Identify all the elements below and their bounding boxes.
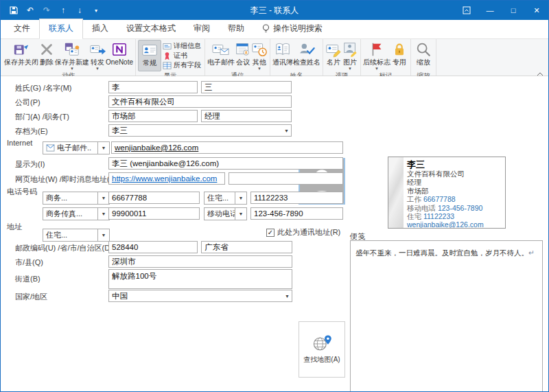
- map-it-button[interactable]: 查找地图(A): [299, 321, 345, 378]
- ribbon-group-communicate: 电子邮件 会议 其他 ▼ 通信: [205, 39, 270, 76]
- job-title-input[interactable]: 经理: [201, 110, 292, 122]
- details-icon: [163, 42, 172, 51]
- phone-home-type-button[interactable]: 住宅... ▼: [204, 192, 247, 205]
- chevron-down-icon: ▼: [95, 67, 100, 71]
- delete-button[interactable]: 删除: [38, 40, 55, 71]
- web-address-input[interactable]: https://www.wenjianbaike.com: [108, 172, 225, 185]
- city-input[interactable]: 深圳市: [108, 255, 292, 268]
- display-as-label: 显示为(I): [15, 159, 45, 170]
- street-label: 街道(B): [15, 274, 40, 284]
- chevron-down-icon[interactable]: ▼: [235, 192, 246, 204]
- save-close-button[interactable]: 保存并关闭: [4, 40, 38, 71]
- card-gradient-strip: [388, 157, 404, 228]
- customize-quick-access-icon[interactable]: ▾: [89, 3, 104, 18]
- private-button[interactable]: 专用: [390, 40, 408, 71]
- name-label: 姓氏(G) /名字(M): [15, 83, 71, 93]
- tab-format-text[interactable]: 设置文本格式: [117, 19, 185, 38]
- chevron-down-icon[interactable]: ▼: [97, 229, 109, 241]
- business-card-button[interactable]: 名片: [325, 40, 342, 71]
- ribbon-group-show: 常规 详细信息 证书 所有字段 显示: [136, 39, 205, 76]
- contact-form: 姓氏(G) /名字(M) 李 三 公司(P) 文件百科有限公司 部门(A) /职…: [1, 76, 548, 391]
- display-as-input[interactable]: 李三 (wenjianbaike@126.com): [108, 157, 343, 170]
- chevron-down-icon[interactable]: ▼: [97, 192, 109, 204]
- address-book-button[interactable]: 通讯簿: [272, 40, 293, 71]
- tab-help[interactable]: 帮助: [219, 19, 253, 38]
- email-input[interactable]: wenjianbaike@126.com: [111, 141, 343, 154]
- onenote-icon: [111, 41, 128, 58]
- phone-fax-type-button[interactable]: 商务传真... ▼: [43, 207, 110, 220]
- ribbon-tabs: 文件 联系人 插入 设置文本格式 审阅 帮助 操作说明搜索: [1, 20, 548, 39]
- zoom-button[interactable]: 缩放: [413, 40, 434, 71]
- email-icon: [212, 41, 230, 58]
- street-input[interactable]: 解放路100号: [108, 269, 292, 289]
- general-button[interactable]: 常规: [138, 40, 161, 71]
- certificates-button[interactable]: 证书: [163, 51, 201, 60]
- onenote-button[interactable]: OneNote: [106, 40, 133, 71]
- window-controls: — □ ✕: [455, 1, 548, 20]
- address-type-button[interactable]: 住宅... ▼: [43, 229, 110, 242]
- follow-up-button[interactable]: 后续标志 ▼: [363, 40, 390, 71]
- phone-fax-input[interactable]: 99900011: [108, 207, 200, 220]
- tab-contact[interactable]: 联系人: [39, 19, 83, 39]
- next-item-icon[interactable]: ↓: [72, 3, 87, 18]
- all-fields-button[interactable]: 所有字段: [163, 60, 201, 70]
- address-book-icon: [274, 41, 291, 58]
- chevron-down-icon[interactable]: ▼: [97, 208, 109, 220]
- chevron-down-icon[interactable]: ▼: [97, 142, 109, 154]
- check-names-button[interactable]: 检查姓名: [293, 40, 320, 71]
- ribbon: 保存并关闭 删除 保存并新建 ▼ 转发 ▼ On: [1, 39, 548, 76]
- picture-button[interactable]: 图片 ▼: [342, 40, 358, 71]
- tab-file[interactable]: 文件: [5, 19, 39, 38]
- save-close-icon: [13, 41, 30, 58]
- phone-home-input[interactable]: 11122233: [250, 192, 343, 204]
- mailing-address-checkbox[interactable]: ✓ 此处为通讯地址(R): [266, 227, 340, 238]
- notes-input[interactable]: 盛年不重来，一日难再晨。及时宜自勉，岁月不待人。↵: [350, 240, 543, 392]
- tab-review[interactable]: 审阅: [185, 19, 219, 38]
- meeting-button[interactable]: 会议: [235, 40, 251, 71]
- email-type-button[interactable]: 电子邮件.. ▼: [43, 141, 110, 154]
- save-icon[interactable]: [6, 3, 21, 18]
- previous-item-icon[interactable]: ↑: [56, 3, 71, 18]
- internet-header: Internet: [7, 139, 32, 147]
- check-names-icon: [299, 41, 315, 58]
- country-select[interactable]: 中国 ▼: [108, 290, 292, 302]
- department-input[interactable]: 市场部: [108, 110, 198, 122]
- redo-icon[interactable]: ↷: [39, 3, 54, 18]
- phone-header: 电话号码: [7, 187, 37, 197]
- ribbon-group-zoom: 缩放 缩放: [411, 39, 436, 76]
- first-name-input[interactable]: 三: [201, 81, 292, 93]
- phone-mobile-type-button[interactable]: 移动电话... ▼: [204, 207, 247, 220]
- picture-icon: [342, 41, 358, 58]
- postal-code-input[interactable]: 528440: [108, 241, 198, 253]
- im-address-input[interactable]: [229, 172, 343, 185]
- company-input[interactable]: 文件百科有限公司: [108, 95, 292, 108]
- phone-business-type-button[interactable]: 商务... ▼: [43, 192, 110, 205]
- tell-me-search[interactable]: 操作说明搜索: [253, 19, 331, 38]
- save-new-button[interactable]: 保存并新建 ▼: [55, 40, 89, 71]
- ribbon-group-tags: 后续标志 ▼ 专用 标记: [361, 39, 411, 76]
- magnifier-icon: [415, 41, 432, 58]
- phone-mobile-input[interactable]: 123-456-7890: [250, 207, 343, 220]
- details-button[interactable]: 详细信息: [163, 41, 201, 51]
- card-company: 文件百科有限公司: [407, 170, 504, 178]
- flag-icon: [369, 41, 385, 58]
- phone-business-input[interactable]: 66677788: [108, 192, 200, 204]
- notes-text: 盛年不重来，一日难再晨。及时宜自勉，岁月不待人。: [355, 249, 528, 257]
- business-card-preview[interactable]: 李三 文件百科有限公司 经理 市场部 工作 66677788 移动电话 123-…: [388, 157, 506, 229]
- chevron-down-icon[interactable]: ▼: [235, 208, 246, 220]
- forward-icon: [89, 41, 106, 58]
- tab-insert[interactable]: 插入: [83, 19, 117, 38]
- email-button[interactable]: 电子邮件: [207, 40, 235, 71]
- ribbon-display-options-icon[interactable]: [455, 1, 478, 20]
- forward-button[interactable]: 转发 ▼: [89, 40, 106, 71]
- minimize-button[interactable]: —: [478, 1, 502, 20]
- more-button[interactable]: 其他 ▼: [251, 40, 268, 71]
- province-input[interactable]: 广东省: [201, 241, 292, 253]
- last-name-input[interactable]: 李: [108, 81, 198, 93]
- title-bar: ↶ ↷ ↑ ↓ ▾ 李三 - 联系人 — □ ✕: [1, 1, 548, 20]
- maximize-button[interactable]: □: [502, 1, 525, 20]
- general-icon: [141, 42, 158, 58]
- undo-icon[interactable]: ↶: [23, 3, 38, 18]
- close-button[interactable]: ✕: [525, 1, 548, 20]
- file-as-select[interactable]: 李三 ▼: [108, 124, 292, 137]
